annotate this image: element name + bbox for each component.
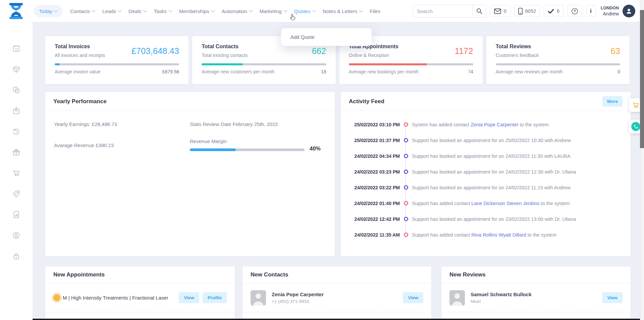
new-contacts-panel: New Contacts Zenia Pope Carpenter +1 (45… — [243, 266, 431, 320]
stat-progress-bar — [496, 63, 620, 65]
help-button[interactable]: ? — [567, 5, 582, 17]
gift-icon[interactable] — [12, 148, 20, 157]
nav-item-today[interactable]: Today — [34, 5, 63, 17]
nav-item-memberships[interactable]: Memberships — [179, 8, 214, 14]
calendar-icon[interactable]: 12 — [12, 44, 20, 53]
account-support-icon[interactable] — [12, 231, 20, 240]
view-button[interactable]: View — [403, 292, 423, 303]
nav-item-leads[interactable]: Leads — [102, 8, 121, 14]
stat-progress-fill — [349, 63, 427, 65]
activity-feed-panel: Activity Feed More 25/02/2022 03:10 PM S… — [341, 92, 631, 256]
phone-icon — [631, 122, 640, 131]
feed-timestamp: 24/02/2022 03:23 PM — [349, 169, 400, 175]
scrollbar-thumb[interactable] — [640, 10, 644, 148]
sms-badge[interactable]: 6052 — [514, 5, 540, 17]
svg-text:$: $ — [15, 192, 17, 195]
stat-subtitle: Customers feedback — [496, 53, 539, 58]
feed-timestamp: 24/02/2022 12:42 PM — [349, 216, 400, 222]
menu-item-add-quote[interactable]: Add Quote — [281, 30, 372, 44]
tasks-badge[interactable]: 6 — [544, 5, 564, 17]
messages-badge[interactable]: 0 — [490, 5, 511, 17]
app-logo-hourglass-icon[interactable] — [9, 3, 23, 19]
stat-footer-value: £879.56 — [162, 69, 179, 74]
avatar — [251, 290, 266, 306]
nav-item-tasks[interactable]: Tasks — [154, 8, 171, 14]
cart-icon — [632, 101, 640, 109]
tasks-count: 6 — [557, 8, 559, 14]
chevron-down-icon — [168, 8, 172, 12]
nav-item-deals[interactable]: Deals — [128, 8, 146, 14]
nav-item-files[interactable]: Files — [370, 8, 380, 14]
timeline-dot-icon — [404, 201, 408, 205]
stat-subtitle: Online & Reception — [349, 53, 398, 58]
user-avatar[interactable] — [623, 5, 635, 17]
lock-icon[interactable] — [12, 252, 20, 261]
stat-value: £703,648.43 — [131, 46, 179, 58]
feed-entry: 24/02/2022 01:40 PM Support has added co… — [341, 195, 631, 211]
products-package-icon[interactable] — [12, 65, 20, 74]
panel-title: Yearly Performance — [53, 98, 107, 105]
feed-entry: 24/02/2022 04:34 PM Support has booked a… — [341, 148, 631, 164]
chevron-down-icon — [92, 8, 96, 12]
more-button[interactable]: More — [602, 96, 623, 107]
check-icon — [548, 9, 554, 14]
stat-progress-fill — [55, 63, 60, 65]
nav-item-quotes[interactable]: Quotes — [294, 8, 315, 14]
stat-title: Total Invoices — [55, 44, 105, 50]
info-icon: i — [590, 8, 592, 14]
activity-feed-list: 25/02/2022 03:10 PM System has added con… — [341, 111, 631, 243]
chevron-down-icon — [143, 8, 147, 12]
orders-bag-icon[interactable] — [12, 107, 20, 115]
history-icon[interactable] — [12, 127, 20, 136]
sms-count: 6052 — [525, 8, 536, 14]
duplicate-icon[interactable] — [12, 86, 20, 94]
review-row: Samuel Schwartz Bullock Nice! View — [441, 283, 631, 312]
contact-phone: +1 (452) 371-9933 — [272, 299, 403, 304]
feed-entry: 25/02/2022 01:37 PM Support has booked a… — [341, 132, 631, 148]
chevron-down-icon — [249, 8, 253, 12]
feed-timestamp: 24/02/2022 01:40 PM — [349, 201, 400, 206]
price-tag-icon[interactable]: $ — [12, 190, 20, 198]
stat-footer-value: 0 — [618, 69, 620, 74]
bottom-edge-bar — [33, 319, 640, 320]
stats-review-date: Stats Review Date February 25th, 2022 — [190, 121, 278, 127]
avatar — [449, 290, 465, 306]
profile-button[interactable]: Profile — [203, 292, 227, 303]
view-button[interactable]: View — [602, 292, 623, 303]
feed-timestamp: 25/02/2022 01:37 PM — [349, 138, 400, 143]
yearly-earnings: Yearly Earnings: £28,486.73 — [54, 121, 117, 127]
left-sidebar: 12 $ — [0, 22, 33, 320]
chevron-down-icon — [283, 8, 287, 12]
stat-footer-label: Average new bookings per month — [349, 69, 419, 74]
reports-icon[interactable] — [12, 210, 20, 219]
appointment-row: M | High Intensity Treatments | Fraction… — [45, 283, 235, 312]
user-name: Andrew — [601, 11, 619, 17]
info-button[interactable]: i — [586, 5, 596, 17]
nav-item-contacts[interactable]: Contacts — [70, 8, 95, 14]
stat-value: 1172 — [455, 46, 473, 58]
search-input[interactable] — [413, 8, 472, 14]
appointment-status-dot — [53, 294, 60, 301]
timeline-dot-icon — [404, 170, 408, 174]
nav-item-automation[interactable]: Automation — [222, 8, 252, 14]
review-comment: Nice! — [471, 299, 602, 304]
nav-item-marketing[interactable]: Marketing — [260, 8, 287, 14]
feed-timestamp: 24/02/2022 11:35 AM — [349, 232, 400, 238]
stat-title: Total Reviews — [496, 44, 539, 50]
view-button[interactable]: View — [179, 292, 199, 303]
cart-icon[interactable] — [12, 169, 20, 178]
stat-progress-bar — [55, 63, 179, 65]
user-block: LONDON Andrew — [601, 5, 619, 17]
stat-value: 662 — [312, 46, 326, 58]
nav-item-notes-letters[interactable]: Notes & Letters — [323, 8, 362, 14]
yearly-performance-panel: Yearly Performance Yearly Earnings: £28,… — [45, 92, 335, 256]
contact-link[interactable]: Zenia Pope Carpenter — [471, 122, 519, 127]
panel-title: New Appointments — [53, 271, 105, 278]
top-header: Today Contacts Leads Deals Tasks Members… — [0, 0, 644, 22]
panel-title: Activity Feed — [349, 98, 384, 105]
contact-link[interactable]: Lane Dickerson Steven Jenkins — [471, 201, 539, 206]
feed-timestamp: 24/02/2022 04:34 PM — [349, 153, 400, 159]
stat-card-total-invoices: Total Invoices All invoices and receipts… — [45, 36, 189, 84]
contact-link[interactable]: Rina Rollins Wyatt Dillard — [471, 232, 526, 238]
search-icon[interactable] — [472, 5, 486, 17]
